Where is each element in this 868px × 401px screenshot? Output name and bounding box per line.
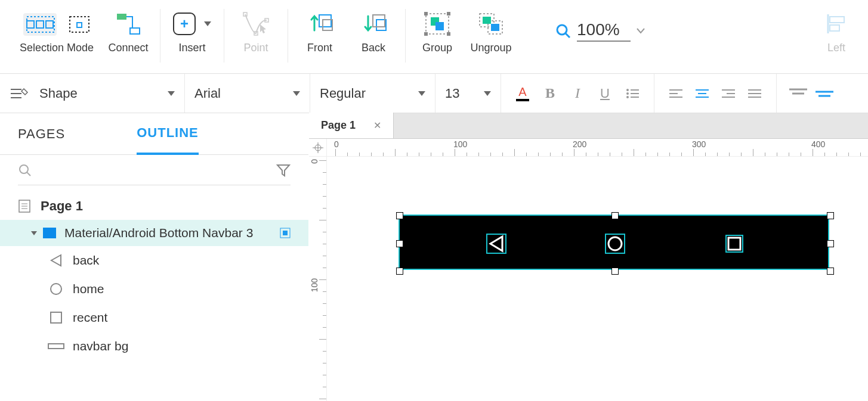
align-right-text-button[interactable] xyxy=(716,82,740,105)
group-icon xyxy=(424,11,451,36)
document-tab-strip: Page 1 ✕ xyxy=(309,113,868,139)
subshape-home[interactable] xyxy=(605,234,625,254)
svg-line-28 xyxy=(566,33,570,38)
resize-handle[interactable] xyxy=(827,212,834,219)
main-toolbar: Selection Mode Connect + Insert xyxy=(0,0,868,74)
folder-icon xyxy=(43,228,56,238)
resize-handle[interactable] xyxy=(396,212,403,219)
connect-icon xyxy=(115,11,142,36)
align-left-button[interactable]: Left xyxy=(810,6,863,66)
italic-icon: I xyxy=(575,85,580,101)
outline-page-label: Page 1 xyxy=(41,198,83,214)
font-family-value: Arial xyxy=(194,86,221,101)
zoom-control[interactable]: 100% xyxy=(555,20,645,42)
align-left-text-button[interactable] xyxy=(664,82,688,105)
connect-button[interactable]: Connect xyxy=(101,6,155,66)
bring-front-icon xyxy=(306,11,333,36)
chevron-down-icon xyxy=(168,91,175,96)
divider xyxy=(18,185,291,185)
tab-outline[interactable]: OUTLINE xyxy=(137,125,199,155)
insert-button[interactable]: + Insert xyxy=(165,6,219,66)
style-select[interactable]: Shape xyxy=(39,86,175,101)
font-family-select[interactable]: Arial xyxy=(194,86,300,101)
subshape-back[interactable] xyxy=(486,234,506,254)
group-button[interactable]: Group xyxy=(410,6,464,66)
point-button[interactable]: Point xyxy=(229,6,283,66)
resize-handle[interactable] xyxy=(611,268,619,275)
list-button[interactable] xyxy=(620,82,644,105)
subshape-recent[interactable] xyxy=(725,235,743,253)
font-color-icon: A xyxy=(518,85,526,99)
outline-item-navbar-group[interactable]: Material/Android Bottom Navbar 3 xyxy=(0,220,308,246)
resize-handle[interactable] xyxy=(396,240,403,247)
align-justify-text-button[interactable] xyxy=(743,82,767,105)
chevron-down-icon xyxy=(418,91,425,96)
outline-item-back[interactable]: back xyxy=(0,246,308,275)
outline-page[interactable]: Page 1 xyxy=(0,192,308,220)
close-icon[interactable]: ✕ xyxy=(373,120,381,131)
square-icon xyxy=(49,310,63,325)
font-size-select[interactable]: 13 xyxy=(445,86,491,101)
svg-rect-26 xyxy=(491,24,499,31)
ruler-label: 400 xyxy=(811,139,825,149)
chevron-down-icon[interactable] xyxy=(637,28,645,34)
italic-button[interactable]: I xyxy=(566,82,589,105)
valign-middle-button[interactable] xyxy=(813,82,836,105)
bold-icon: B xyxy=(545,85,555,101)
tree-item-label: Material/Android Bottom Navbar 3 xyxy=(64,226,271,240)
svg-rect-7 xyxy=(117,14,126,20)
align-center-text-button[interactable] xyxy=(690,82,714,105)
svg-rect-67 xyxy=(48,344,64,349)
svg-rect-20 xyxy=(447,32,450,36)
search-icon xyxy=(555,23,571,39)
ruler-origin[interactable] xyxy=(309,139,327,157)
selected-shape-navbar[interactable] xyxy=(399,215,829,270)
ruler-label: 100 xyxy=(453,139,467,149)
ruler-label: 200 xyxy=(573,139,586,149)
document-tab[interactable]: Page 1 ✕ xyxy=(309,113,394,138)
search-icon[interactable] xyxy=(18,163,32,178)
back-button[interactable]: Back xyxy=(347,6,400,66)
insert-label: Insert xyxy=(178,42,205,54)
triangle-icon xyxy=(49,253,63,268)
expand-icon[interactable] xyxy=(31,231,37,235)
vertical-ruler[interactable]: 0100 xyxy=(309,157,327,401)
resize-handle[interactable] xyxy=(611,212,619,219)
tab-pages[interactable]: PAGES xyxy=(18,126,65,154)
outline-item-home[interactable]: home xyxy=(0,275,308,303)
horizontal-ruler[interactable]: 0100200300400 xyxy=(327,139,868,157)
outline-item-navbarbg[interactable]: navbar bg xyxy=(0,332,308,360)
font-weight-select[interactable]: Regular xyxy=(320,86,425,101)
svg-point-35 xyxy=(626,89,629,91)
triangle-icon xyxy=(487,235,505,253)
resize-handle[interactable] xyxy=(396,268,403,275)
svg-rect-72 xyxy=(728,238,740,250)
canvas[interactable] xyxy=(327,157,868,401)
ungroup-button[interactable]: Ungroup xyxy=(464,6,518,66)
format-toolbar: Shape Arial Regular 13 A B I U xyxy=(0,74,868,113)
ungroup-icon xyxy=(477,11,505,36)
resize-handle[interactable] xyxy=(827,268,834,275)
chevron-down-icon xyxy=(204,21,211,26)
svg-point-65 xyxy=(51,284,61,294)
svg-point-71 xyxy=(608,237,622,250)
target-icon xyxy=(313,142,323,153)
underline-button[interactable]: U xyxy=(593,82,617,105)
document-tab-label: Page 1 xyxy=(321,119,356,132)
svg-point-27 xyxy=(557,25,567,35)
selection-mode-label: Selection Mode xyxy=(20,42,94,54)
valign-top-button[interactable] xyxy=(786,82,810,105)
selection-mode-button[interactable]: Selection Mode xyxy=(12,6,101,66)
align-center-text-icon xyxy=(696,89,709,98)
resize-handle[interactable] xyxy=(827,240,834,247)
ungroup-label: Ungroup xyxy=(470,42,511,54)
outline-item-recent[interactable]: recent xyxy=(0,303,308,332)
font-color-button[interactable]: A xyxy=(511,82,535,105)
chevron-down-icon xyxy=(484,91,491,96)
bold-button[interactable]: B xyxy=(538,82,562,105)
filter-icon[interactable] xyxy=(276,163,291,178)
zoom-value[interactable]: 100% xyxy=(577,20,631,42)
align-justify-text-icon xyxy=(748,89,761,98)
svg-rect-64 xyxy=(283,231,288,235)
front-button[interactable]: Front xyxy=(293,6,347,66)
